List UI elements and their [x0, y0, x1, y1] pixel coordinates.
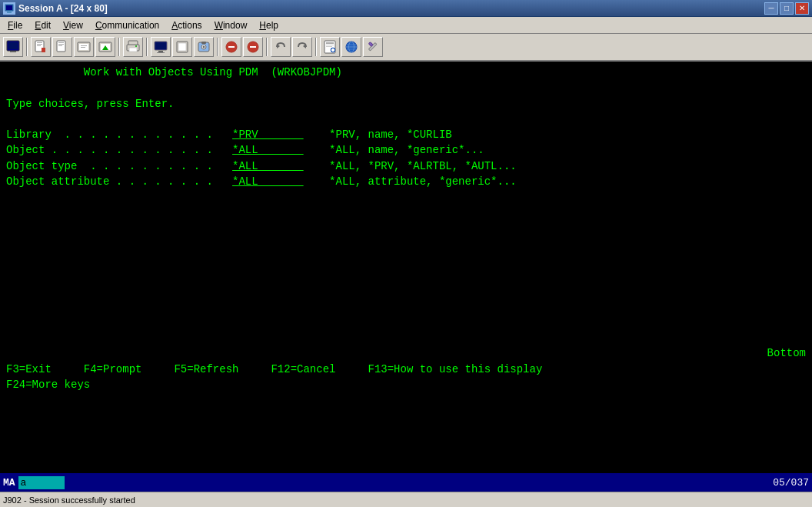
toolbar-btn-display[interactable]: [151, 37, 171, 57]
svg-rect-5: [10, 51, 16, 52]
svg-rect-14: [58, 45, 62, 46]
svg-rect-35: [201, 42, 206, 44]
toolbar-btn-print[interactable]: [123, 37, 143, 57]
toolbar-sep-6: [315, 38, 317, 56]
terminal-blank-10: [6, 299, 806, 314]
status-bar: J902 - Session successfully started: [0, 492, 812, 507]
toolbar-sep-5: [266, 38, 268, 56]
status-message: J902 - Session successfully started: [0, 495, 812, 505]
svg-rect-44: [326, 45, 334, 45]
svg-rect-13: [58, 44, 64, 45]
toolbar-btn-undo[interactable]: [271, 37, 291, 57]
terminal-instruction: Type choices, press Enter.: [6, 96, 806, 112]
svg-rect-29: [157, 52, 165, 53]
menu-view[interactable]: View: [57, 18, 89, 32]
title-bar-left: Session A - [24 x 80]: [3, 2, 108, 15]
svg-rect-4: [8, 42, 18, 49]
close-button[interactable]: ✕: [795, 2, 809, 15]
svg-rect-39: [250, 46, 256, 48]
toolbar-sep-1: [26, 38, 28, 56]
toolbar-btn-5[interactable]: [95, 37, 115, 57]
toolbar-btn-stop1[interactable]: [221, 37, 241, 57]
terminal-blank-8: [6, 268, 806, 283]
svg-point-34: [203, 46, 205, 48]
title-bar: Session A - [24 x 80] ─ □ ✕: [0, 0, 812, 17]
menu-actions[interactable]: Actions: [165, 18, 208, 32]
terminal-field-object-attr[interactable]: Object attribute . . . . . . . . *ALL___…: [6, 174, 806, 189]
toolbar-sep-2: [118, 38, 120, 56]
maximize-button[interactable]: □: [780, 2, 794, 15]
svg-rect-48: [331, 49, 334, 51]
svg-rect-1: [6, 5, 12, 10]
terminal-blank-11: [6, 315, 806, 330]
terminal-blank-1: [6, 80, 806, 95]
svg-rect-24: [129, 48, 137, 52]
svg-point-25: [135, 45, 137, 47]
svg-rect-55: [368, 42, 373, 47]
library-input[interactable]: *PRV_______: [232, 128, 303, 141]
svg-rect-7: [37, 42, 42, 43]
app-icon: [3, 2, 15, 15]
bottom-input-bar: MA a 05/037: [0, 473, 812, 492]
menu-file[interactable]: File: [2, 18, 28, 32]
toolbar-btn-snapshot[interactable]: [194, 37, 214, 57]
object-type-input[interactable]: *ALL_______: [232, 160, 303, 172]
svg-rect-12: [58, 42, 64, 43]
toolbar-sep-3: [146, 38, 148, 56]
object-input[interactable]: *ALL_______: [232, 144, 303, 156]
terminal-blank-6: [6, 236, 806, 252]
terminal-field-object[interactable]: Object . . . . . . . . . . . . . *ALL___…: [6, 142, 806, 158]
svg-rect-17: [81, 45, 87, 46]
toolbar-btn-stop2[interactable]: [243, 37, 263, 57]
toolbar-btn-2[interactable]: [31, 37, 51, 57]
toolbar-btn-6[interactable]: [172, 37, 192, 57]
toolbar-btn-1[interactable]: [3, 37, 23, 57]
svg-rect-9: [37, 45, 41, 46]
window-title: Session A - [24 x 80]: [18, 3, 108, 14]
toolbar-btn-settings[interactable]: [320, 37, 340, 57]
toolbar-sep-4: [217, 38, 218, 56]
menu-communication[interactable]: Communication: [89, 18, 165, 32]
toolbar: [0, 34, 812, 62]
terminal-area: Work with Objects Using PDM (WRKOBJPDM) …: [0, 62, 812, 473]
terminal-blank-12: [6, 330, 806, 345]
minimize-button[interactable]: ─: [764, 2, 778, 15]
toolbar-btn-tools[interactable]: [363, 37, 383, 57]
menu-help[interactable]: Help: [253, 18, 285, 32]
svg-rect-8: [37, 44, 42, 45]
command-input[interactable]: a: [18, 476, 65, 489]
menu-bar: File Edit View Communication Actions Win…: [0, 17, 812, 34]
menu-window[interactable]: Window: [208, 18, 254, 32]
menu-edit[interactable]: Edit: [28, 18, 57, 32]
svg-marker-10: [42, 48, 45, 52]
terminal-field-object-type[interactable]: Object type . . . . . . . . . . *ALL____…: [6, 158, 806, 174]
svg-rect-2: [7, 12, 12, 13]
input-mode-label: MA: [3, 477, 15, 489]
terminal-blank-5: [6, 221, 806, 236]
window-controls[interactable]: ─ □ ✕: [764, 2, 809, 15]
terminal-field-library[interactable]: Library . . . . . . . . . . . . *PRV____…: [6, 127, 806, 142]
terminal-blank-3: [6, 189, 806, 205]
toolbar-btn-world[interactable]: [341, 37, 361, 57]
svg-rect-27: [155, 42, 166, 49]
svg-rect-28: [158, 51, 163, 52]
terminal-blank-4: [6, 205, 806, 221]
svg-rect-43: [326, 42, 334, 44]
toolbar-btn-4[interactable]: [74, 37, 94, 57]
toolbar-btn-redo[interactable]: [292, 37, 312, 57]
terminal-title: Work with Objects Using PDM (WRKOBJPDM): [6, 65, 806, 80]
svg-rect-37: [228, 46, 235, 48]
svg-rect-31: [178, 43, 186, 51]
svg-rect-18: [81, 47, 85, 48]
terminal-blank-7: [6, 252, 806, 268]
toolbar-btn-3[interactable]: [52, 37, 72, 57]
terminal-fkeys-2: F24=More keys: [6, 377, 806, 392]
terminal-blank-9: [6, 283, 806, 299]
terminal-fkeys-1: F3=Exit F4=Prompt F5=Refresh F12=Cancel …: [6, 362, 806, 377]
cursor-position: 05/037: [773, 477, 809, 489]
object-attr-input[interactable]: *ALL_______: [232, 175, 303, 188]
terminal-blank-2: [6, 112, 806, 127]
svg-rect-45: [326, 46, 332, 47]
terminal-bottom-indicator: Bottom: [6, 345, 806, 361]
